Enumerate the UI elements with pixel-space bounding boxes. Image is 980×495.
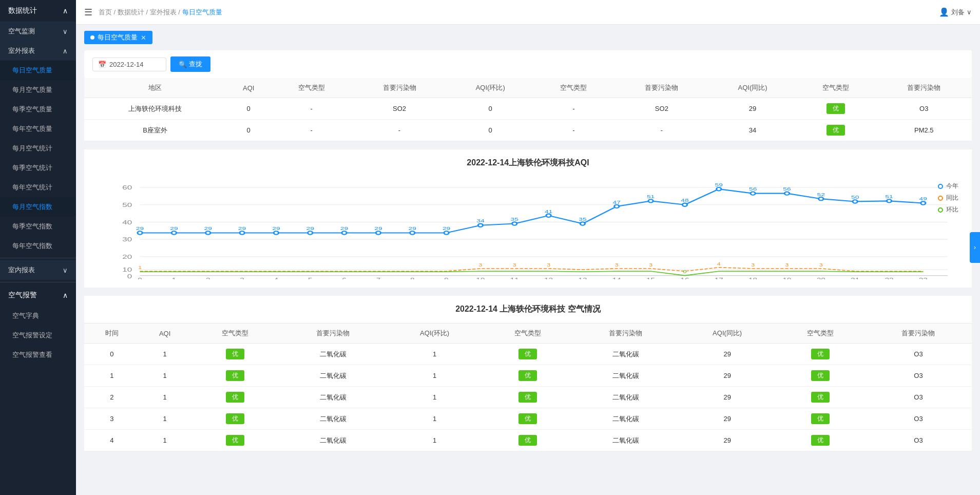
cell-type2: 优	[483, 408, 572, 430]
status-badge: 优	[518, 435, 537, 446]
sidebar-section-air-alarm[interactable]: 空气报警 ∧	[0, 284, 76, 306]
svg-text:9: 9	[444, 277, 449, 279]
sidebar-item-air-alarm-settings[interactable]: 空气报警设定	[0, 326, 76, 345]
cell-pollutant3: PM2.5	[876, 120, 972, 141]
svg-text:49: 49	[919, 196, 928, 202]
user-info[interactable]: 👤 刘备 ∨	[939, 7, 972, 17]
sidebar-item-monthly-air-quality[interactable]: 每月空气质量	[0, 80, 76, 100]
table-row: 3 1 优 二氧化碳 1 优 二氧化碳 29 优 O3	[84, 408, 972, 430]
sidebar-item-seasonal-air-stats[interactable]: 每季空气统计	[0, 158, 76, 178]
cell-type1: 优	[190, 408, 280, 430]
svg-text:29: 29	[409, 225, 417, 231]
svg-text:35: 35	[511, 217, 519, 222]
svg-text:51: 51	[885, 194, 893, 199]
svg-text:20: 20	[817, 277, 825, 279]
topbar: ☰ 首页 / 数据统计 / 室外报表 / 每日空气质量 👤 刘备 ∨	[76, 0, 980, 25]
status-badge: 优	[226, 413, 244, 424]
svg-point-44	[342, 231, 347, 234]
col-aqi-hb: AQI(环比)	[447, 78, 533, 98]
sidebar-item-monthly-air-index[interactable]: 每月空气指数	[0, 197, 76, 217]
svg-text:30: 30	[122, 236, 132, 243]
col-pollutant2: 首要污染物	[614, 78, 709, 98]
svg-text:56: 56	[783, 186, 791, 192]
cell-pollutant3: O3	[876, 98, 972, 120]
detail-col-type2: 空气类型	[483, 323, 572, 344]
cell-pollutant1: 二氧化碳	[280, 365, 387, 387]
sidebar-item-seasonal-air-quality[interactable]: 每季空气质量	[0, 100, 76, 119]
svg-text:1: 1	[138, 265, 142, 270]
cell-area: 上海轶伦环境科技	[84, 98, 226, 120]
cell-pollutant2: 二氧化碳	[572, 408, 679, 430]
cell-aqi-tb: 34	[709, 120, 796, 141]
svg-text:23: 23	[919, 277, 928, 279]
date-input[interactable]	[109, 61, 161, 68]
sidebar-item-seasonal-air-index[interactable]: 每季空气指数	[0, 217, 76, 236]
svg-text:12: 12	[544, 277, 553, 279]
sidebar-subsection-label: 空气监测	[8, 27, 35, 36]
table-row: 上海轶伦环境科技 0 - SO2 0 - SO2 29 优 O3	[84, 98, 972, 120]
menu-icon[interactable]: ☰	[84, 7, 92, 18]
svg-text:40: 40	[122, 219, 132, 225]
tab-daily-air-quality[interactable]: 每日空气质量 ✕	[84, 31, 152, 44]
svg-point-60	[887, 199, 891, 202]
detail-title: 2022-12-14 上海轶伦环境科技 空气情况	[84, 296, 972, 323]
svg-text:8: 8	[410, 277, 415, 279]
status-badge: 优	[811, 435, 830, 446]
svg-point-45	[376, 231, 380, 234]
cell-time: 1	[84, 365, 140, 387]
sidebar-subsection-indoor-report[interactable]: 室内报表 ∨	[0, 260, 76, 280]
status-badge: 优	[827, 125, 845, 136]
sidebar-subsection-air-monitor[interactable]: 空气监测 ∨	[0, 22, 76, 41]
svg-text:11: 11	[510, 277, 519, 279]
breadcrumb: 首页 / 数据统计 / 室外报表 / 每日空气质量	[99, 8, 222, 17]
tab-close-icon[interactable]: ✕	[141, 34, 146, 42]
cell-pollutant1: 二氧化碳	[280, 387, 387, 408]
legend-yoy: 同比	[938, 194, 958, 202]
search-button-label: 查拢	[189, 60, 202, 69]
svg-text:16: 16	[680, 277, 689, 279]
sidebar-item-daily-air-quality[interactable]: 每日空气质量	[0, 61, 76, 80]
cell-aqi-hb: 1	[387, 408, 483, 430]
cell-pollutant1: SO2	[352, 98, 447, 120]
sidebar-item-yearly-air-stats[interactable]: 每年空气统计	[0, 178, 76, 197]
svg-point-39	[171, 231, 176, 234]
summary-table: 地区 AQI 空气类型 首要污染物 AQI(环比) 空气类型 首要污染物 AQI…	[84, 78, 972, 141]
svg-text:0: 0	[683, 269, 687, 274]
sidebar-item-yearly-air-index[interactable]: 每年空气指数	[0, 236, 76, 256]
col-type1: 空气类型	[271, 78, 351, 98]
svg-point-53	[648, 199, 653, 202]
cell-type2: 优	[483, 387, 572, 408]
svg-point-52	[614, 205, 619, 208]
sidebar-item-monthly-air-stats[interactable]: 每月空气统计	[0, 139, 76, 158]
sidebar-item-air-dictionary[interactable]: 空气字典	[0, 306, 76, 326]
svg-point-59	[853, 200, 857, 203]
chevron-down-icon: ∨	[967, 8, 972, 16]
cell-type2: 优	[483, 430, 572, 451]
svg-point-57	[784, 192, 789, 195]
tab-bar: 每日空气质量 ✕	[84, 31, 972, 44]
cell-type1: 优	[190, 365, 280, 387]
svg-text:34: 34	[476, 218, 485, 224]
right-panel-toggle[interactable]: ›	[970, 232, 980, 263]
svg-text:29: 29	[272, 225, 280, 231]
cell-pollutant2: 二氧化碳	[572, 430, 679, 451]
sidebar-subsection-outdoor-report[interactable]: 室外报表 ∧	[0, 41, 76, 61]
svg-text:7: 7	[376, 277, 381, 279]
col-pollutant1: 首要污染物	[352, 78, 447, 98]
svg-text:29: 29	[238, 225, 246, 231]
cell-time: 0	[84, 344, 140, 365]
cell-aqi: 1	[140, 408, 190, 430]
cell-pollutant2: 二氧化碳	[572, 387, 679, 408]
svg-point-54	[682, 203, 687, 206]
legend-yoy-dot	[938, 196, 943, 201]
svg-text:3: 3	[819, 262, 823, 268]
status-badge: 优	[226, 349, 244, 359]
sidebar-item-air-alarm-view[interactable]: 空气报警查看	[0, 345, 76, 365]
search-button[interactable]: 🔍 查拢	[170, 56, 210, 72]
legend-yoy-label: 同比	[946, 194, 958, 202]
sidebar-item-yearly-air-quality[interactable]: 每年空气质量	[0, 119, 76, 139]
status-badge: 优	[811, 370, 830, 381]
sidebar-section-data-stats[interactable]: 数据统计 ∧	[0, 0, 76, 22]
table-row: 4 1 优 二氧化碳 1 优 二氧化碳 29 优 O3	[84, 430, 972, 451]
chart1-title: 2022-12-14上海轶伦环境科技AQI	[92, 158, 964, 168]
